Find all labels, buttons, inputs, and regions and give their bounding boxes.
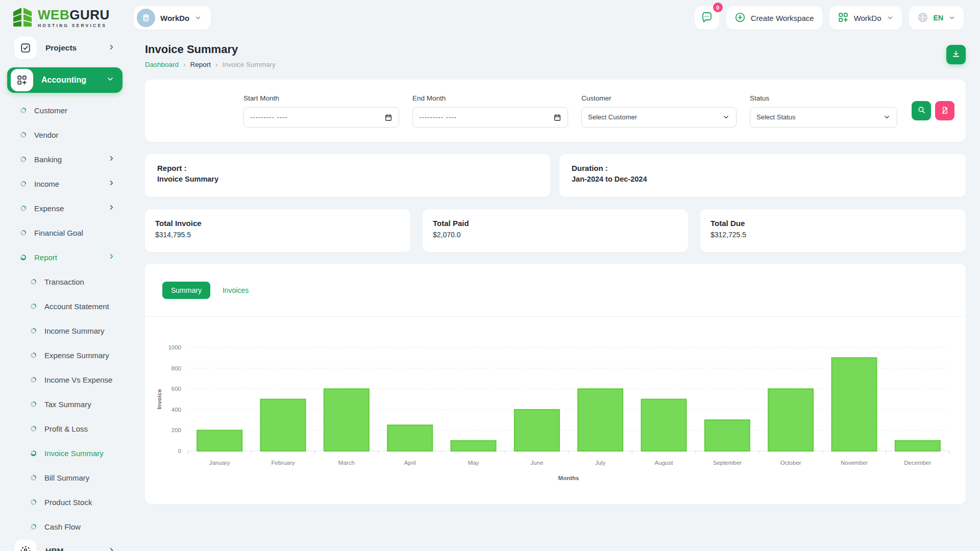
bullet-donut-icon [31,499,36,505]
hrm-icon [14,540,37,551]
chevron-right-icon [108,179,115,188]
svg-text:January: January [209,460,230,466]
sidebar-item-income-summary[interactable]: Income Summary [0,318,132,343]
sidebar-item-account-statement[interactable]: Account Statement [0,294,132,318]
chevron-right-icon [108,43,115,53]
svg-text:600: 600 [172,386,181,392]
logo-wordmark: WEBGURU [38,7,110,22]
clear-file-icon [941,106,949,116]
sidebar-item-invoice-summary[interactable]: Invoice Summary [0,441,132,465]
sidebar-item-projects[interactable]: Projects [0,36,132,60]
start-month-label: Start Month [243,94,399,102]
start-month-input[interactable]: --------- ---- [243,107,399,128]
sidebar-item-financial-goal[interactable]: Financial Goal [0,220,132,245]
sidebar-item-label: Banking [34,155,62,164]
chevron-down-icon [948,14,955,21]
workspace-switcher[interactable]: WorkDo [829,6,902,30]
report-info-card: Report : Invoice Summary [145,154,550,197]
sidebar-item-label: Bill Summary [44,473,89,482]
bullet-donut-icon [31,402,36,407]
bullet-donut-icon [31,328,36,334]
page-title: Invoice Summary [145,43,276,56]
svg-text:800: 800 [172,365,181,371]
workspace-pill-label: WorkDo [160,14,189,22]
breadcrumb-dashboard[interactable]: Dashboard [145,61,179,68]
sidebar-item-label: Report [34,253,57,262]
chevron-right-icon [108,546,115,551]
apply-filter-button[interactable] [912,101,931,120]
search-icon [917,106,926,116]
reset-filter-button[interactable] [935,101,954,120]
svg-text:April: April [404,460,416,466]
chart-card: SummaryInvoices 02004006008001000January… [145,264,966,504]
bullet-donut-icon [31,279,36,285]
messages-button[interactable]: 0 [695,6,719,30]
download-icon [951,49,961,60]
total-card-label: Total Paid [433,219,678,228]
sidebar-item-customer[interactable]: Customer [0,98,132,122]
sidebar-item-report[interactable]: Report [0,245,132,269]
sidebar-item-profit-loss[interactable]: Profit & Loss [0,416,132,441]
sidebar-item-label: Vendor [34,131,59,139]
sidebar-nav: ProjectsAccountingCustomerVendorBankingI… [0,36,132,551]
calendar-icon [384,113,393,121]
sidebar-item-cash-flow[interactable]: Cash Flow [0,514,132,539]
sidebar-item-expense-summary[interactable]: Expense Summary [0,343,132,367]
language-switcher[interactable]: EN [909,6,964,30]
chevron-down-icon [887,14,894,21]
total-card-total-invoice: Total Invoice$314,795.5 [145,209,410,252]
bullet-donut-icon [20,230,26,236]
sidebar-item-vendor[interactable]: Vendor [0,122,132,147]
total-card-total-due: Total Due$312,725.5 [700,209,966,252]
create-workspace-label: Create Workspace [751,14,814,22]
end-month-input[interactable]: --------- ---- [412,107,568,128]
sidebar-item-banking[interactable]: Banking [0,147,132,171]
sidebar-item-income-vs-expense[interactable]: Income Vs Expense [0,367,132,392]
sidebar-item-label: Projects [45,43,77,53]
sidebar-item-label: Expense [34,204,64,213]
svg-text:0: 0 [178,448,181,454]
webguru-logo[interactable]: WEBGURU HOSTING SERVICES [12,6,128,30]
bullet-donut-icon [20,255,26,260]
sidebar-item-hrm[interactable]: HRM [0,539,132,551]
sidebar-item-income[interactable]: Income [0,171,132,196]
tab-invoices[interactable]: Invoices [220,282,251,299]
sidebar-item-label: Invoice Summary [44,449,104,458]
report-card-value: Invoice Summary [157,175,538,183]
sidebar-item-bill-summary[interactable]: Bill Summary [0,465,132,490]
end-month-label: End Month [412,94,568,102]
breadcrumb-report[interactable]: Report [190,61,211,68]
app-root: WEBGURU HOSTING SERVICES WorkDo 0 [0,0,980,551]
customer-select[interactable]: Select Customer [581,107,737,128]
bullet-donut-icon [31,377,36,383]
messages-badge: 0 [713,3,723,12]
sidebar-item-accounting[interactable]: Accounting [7,67,122,93]
svg-text:May: May [468,460,479,466]
sidebar-item-expense[interactable]: Expense [0,196,132,220]
sidebar-item-label: Product Stock [44,498,92,507]
chevron-down-icon [194,14,202,21]
total-card-value: $312,725.5 [710,231,955,239]
webguru-logo-icon [12,6,33,30]
create-workspace-button[interactable]: Create Workspace [726,6,822,30]
sidebar-item-label: HRM [45,546,63,551]
sidebar-item-product-stock[interactable]: Product Stock [0,490,132,514]
bullet-donut-icon [31,353,36,358]
status-select[interactable]: Select Status [750,107,897,128]
svg-text:Months: Months [558,475,579,481]
logo-tagline: HOSTING SERVICES [38,23,110,28]
svg-text:200: 200 [172,427,181,433]
sidebar-item-label: Income [34,180,59,188]
chat-bubble-icon [701,11,713,25]
sidebar-item-label: Cash Flow [44,522,81,531]
tab-summary[interactable]: Summary [162,282,210,299]
main-content: Invoice Summary Dashboard›Report›Invoice… [132,36,980,551]
sidebar-item-label: Income Vs Expense [44,375,112,384]
duration-info-card: Duration : Jan-2024 to Dec-2024 [559,154,966,197]
svg-text:1000: 1000 [168,344,181,350]
workspace-pill[interactable]: WorkDo [134,6,211,30]
sidebar-item-transaction[interactable]: Transaction [0,269,132,294]
download-button[interactable] [946,45,966,64]
invoice-bar-chart: 02004006008001000JanuaryFebruaryMarchApr… [145,317,966,506]
sidebar-item-tax-summary[interactable]: Tax Summary [0,392,132,416]
